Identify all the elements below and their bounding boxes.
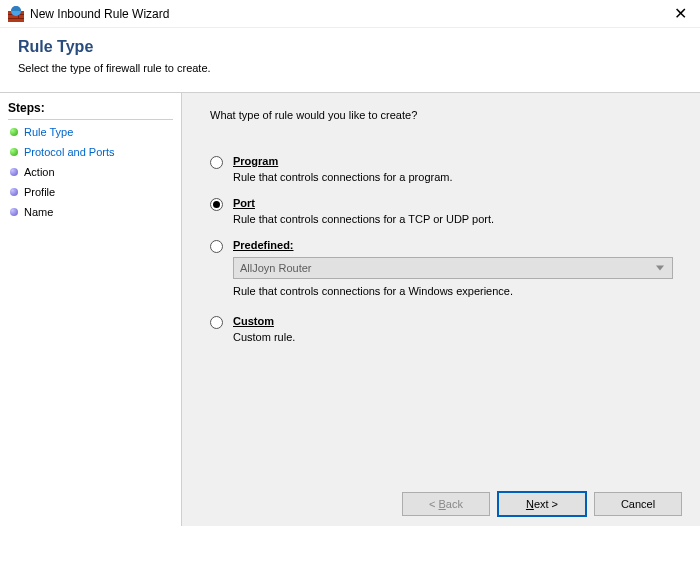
- option-label: Port: [233, 197, 494, 209]
- option-label: Custom: [233, 315, 295, 327]
- step-protocol-and-ports[interactable]: Protocol and Ports: [8, 142, 173, 162]
- option-body: Custom Custom rule.: [233, 315, 295, 343]
- back-button: < Back: [402, 492, 490, 516]
- option-desc: Rule that controls connections for a pro…: [233, 171, 453, 183]
- radio-icon[interactable]: [210, 198, 223, 211]
- bullet-icon: [10, 148, 18, 156]
- steps-sidebar: Steps: Rule Type Protocol and Ports Acti…: [0, 93, 182, 526]
- back-rest: ack: [446, 498, 463, 510]
- step-label: Profile: [24, 186, 55, 198]
- bullet-icon: [10, 208, 18, 216]
- wizard-footer: < Back Next > Cancel: [210, 482, 682, 516]
- step-action: Action: [8, 162, 173, 182]
- predefined-select: AllJoyn Router: [233, 257, 673, 279]
- option-body: Predefined: AllJoyn Router Rule that con…: [233, 239, 673, 297]
- step-profile: Profile: [8, 182, 173, 202]
- step-label: Protocol and Ports: [24, 146, 115, 158]
- option-body: Port Rule that controls connections for …: [233, 197, 494, 225]
- option-predefined[interactable]: Predefined: AllJoyn Router Rule that con…: [210, 239, 682, 297]
- step-label: Rule Type: [24, 126, 73, 138]
- option-program[interactable]: Program Rule that controls connections f…: [210, 155, 682, 183]
- steps-title: Steps:: [8, 99, 173, 120]
- bullet-icon: [10, 168, 18, 176]
- next-button[interactable]: Next >: [498, 492, 586, 516]
- page-title: Rule Type: [18, 38, 682, 56]
- main-area: Steps: Rule Type Protocol and Ports Acti…: [0, 92, 700, 526]
- option-label: Program: [233, 155, 453, 167]
- next-rest: ext >: [534, 498, 558, 510]
- bullet-icon: [10, 128, 18, 136]
- step-label: Action: [24, 166, 55, 178]
- option-port[interactable]: Port Rule that controls connections for …: [210, 197, 682, 225]
- radio-icon[interactable]: [210, 316, 223, 329]
- predefined-value: AllJoyn Router: [240, 262, 312, 274]
- window-title: New Inbound Rule Wizard: [30, 7, 169, 21]
- cancel-button[interactable]: Cancel: [594, 492, 682, 516]
- option-custom[interactable]: Custom Custom rule.: [210, 315, 682, 343]
- wizard-header: Rule Type Select the type of firewall ru…: [0, 28, 700, 92]
- firewall-icon: [8, 6, 24, 22]
- page-subtitle: Select the type of firewall rule to crea…: [18, 62, 682, 74]
- option-label: Predefined:: [233, 239, 673, 251]
- step-label: Name: [24, 206, 53, 218]
- step-rule-type[interactable]: Rule Type: [8, 122, 173, 142]
- close-icon[interactable]: ✕: [668, 6, 692, 22]
- content-prompt: What type of rule would you like to crea…: [210, 109, 682, 121]
- svg-rect-2: [8, 18, 24, 19]
- option-desc: Rule that controls connections for a TCP…: [233, 213, 494, 225]
- radio-icon[interactable]: [210, 240, 223, 253]
- next-accel: N: [526, 498, 534, 510]
- titlebar: New Inbound Rule Wizard ✕: [0, 0, 700, 28]
- radio-icon[interactable]: [210, 156, 223, 169]
- option-body: Program Rule that controls connections f…: [233, 155, 453, 183]
- step-name: Name: [8, 202, 173, 222]
- option-desc: Custom rule.: [233, 331, 295, 343]
- back-prefix: <: [429, 498, 438, 510]
- bullet-icon: [10, 188, 18, 196]
- content-pane: What type of rule would you like to crea…: [182, 93, 700, 526]
- option-desc: Rule that controls connections for a Win…: [233, 285, 673, 297]
- back-accel: B: [439, 498, 446, 510]
